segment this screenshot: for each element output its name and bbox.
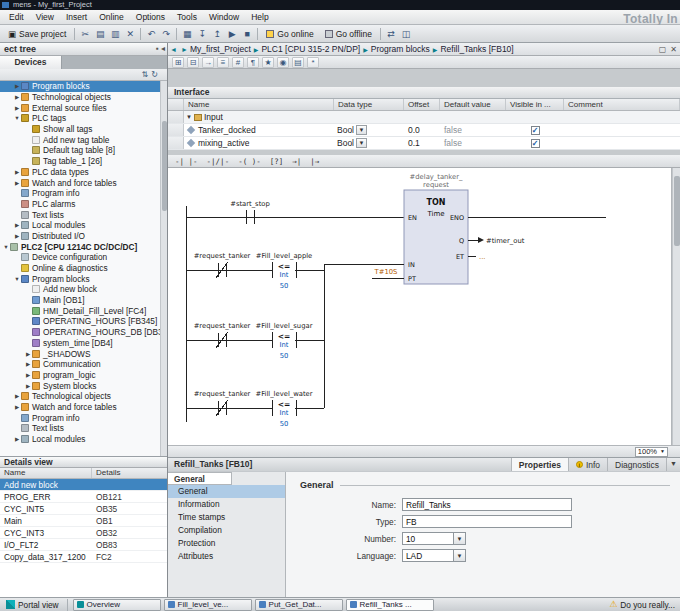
goto-icon[interactable]: → [202,57,214,68]
column-name[interactable]: Name [184,99,334,110]
menu-item[interactable]: Window [203,10,245,24]
tree-item[interactable]: ▶ System blocks [0,380,161,391]
contact-request-tanker-operand[interactable]: #request_tanker [194,252,251,260]
tree-item[interactable]: ▶ Watch and force tables [0,402,161,413]
tree-item[interactable]: ▼ PLC tags [0,113,161,124]
tree-item[interactable]: HMI_Detail_Fill_Level [FC4] [0,305,161,316]
interface-row-tanker-docked[interactable]: Tanker_docked Bool ▼ 0.0 false ✓ [168,124,680,137]
ladder-canvas[interactable]: #start_stop #delay_tanker_ request TON T… [168,168,672,445]
expand-arrow-icon[interactable]: ▶ [13,436,21,442]
forward-icon[interactable]: ► [179,46,190,53]
close-branch-icon[interactable]: |→ [308,156,321,167]
visible-checkbox[interactable]: ✓ [531,126,540,135]
variable-datatype[interactable]: Bool [337,125,354,135]
compare-value[interactable]: 50 [280,420,289,428]
collapse-arrow-icon[interactable]: ▼ [186,114,192,120]
collapse-panel-icon[interactable]: ◂ [161,44,165,53]
column-comment[interactable]: Comment [564,99,680,110]
menu-item[interactable]: Online [93,10,130,24]
tree-item[interactable]: Add new block [0,284,161,295]
cut-icon[interactable]: ✂ [78,27,92,41]
details-row[interactable]: Add new block [0,479,167,491]
tree-item[interactable]: Online & diagnostics [0,263,161,274]
properties-nav-item[interactable]: Time stamps [168,511,285,524]
contact-request-tanker-operand[interactable]: #request_tanker [194,322,251,330]
copy-icon[interactable]: ▤ [93,27,107,41]
menu-item[interactable]: Edit [3,10,30,24]
taskbar-item[interactable]: Overview [73,599,161,611]
tree-item[interactable]: ▶ Technological objects [0,92,161,103]
window-split-icon[interactable]: ◫ [399,27,413,41]
go-offline-button[interactable]: Go offline [320,27,377,41]
expand-arrow-icon[interactable]: ▶ [13,169,21,175]
tree-item[interactable]: ▶ Local modules [0,220,161,231]
absolute-operands-icon[interactable]: # [232,57,244,68]
tree-item[interactable]: Tag table_1 [26] [0,156,161,167]
close-icon[interactable]: ✕ [670,45,677,54]
language-dropdown-icon[interactable]: ▼ [454,549,466,562]
pin-icon[interactable]: ▪ [156,44,159,53]
tree-item[interactable]: system_time [DB4] [0,338,161,349]
expand-arrow-icon[interactable]: ▶ [13,233,21,239]
compare-operand[interactable]: #Fill_level_sugar [256,322,313,330]
properties-nav-item[interactable]: Attributes [168,550,285,563]
column-visible-in[interactable]: Visible in ... [506,99,564,110]
tab-devices[interactable]: Devices [0,56,62,69]
language-field[interactable] [402,549,454,562]
tree-item[interactable]: Program info [0,188,161,199]
menu-item[interactable]: Options [130,10,171,24]
details-row[interactable]: Main OB1 [0,515,167,527]
properties-side-tab[interactable]: General [168,472,232,485]
expand-arrow-icon[interactable]: ▼ [2,244,10,250]
favorites-icon[interactable]: ★ [262,57,274,68]
details-row[interactable]: PROG_ERR OB121 [0,491,167,503]
no-contact-icon[interactable]: -| |- [173,156,200,167]
tree-scrollbar[interactable] [160,81,167,456]
breadcrumb-item[interactable]: ▶ Program blocks [360,44,430,54]
timer-et-operand[interactable]: ... [479,253,485,261]
tree-item[interactable]: ▶ Communication [0,359,161,370]
tree-item[interactable]: ▼ PLC2 [CPU 1214C DC/DC/DC] [0,241,161,252]
compare-operand[interactable]: #Fill_level_apple [256,252,313,260]
tree-item[interactable]: ▶ Local modules [0,434,161,445]
tab-diagnostics[interactable]: Diagnostics [607,458,666,471]
download-icon[interactable]: ↧ [195,27,209,41]
visible-checkbox[interactable]: ✓ [531,139,540,148]
insert-network-icon[interactable]: ⊞ [172,57,184,68]
timer-pt-value[interactable]: T#10S [374,268,398,276]
breadcrumb-item[interactable]: ▶ My_first_Project [190,44,251,54]
menu-item[interactable]: Help [245,10,274,24]
number-dropdown-icon[interactable]: ▼ [454,532,466,545]
tree-item[interactable]: ▶ External source files [0,102,161,113]
taskbar-item[interactable]: Put_Get_Dat... [255,599,343,611]
expand-all-icon[interactable]: ≡ [217,57,229,68]
expand-arrow-icon[interactable]: ▶ [24,372,32,378]
tree-item[interactable]: ▶ PLC data types [0,167,161,178]
tree-item[interactable]: OPERATING_HOURS [FB345] [0,316,161,327]
editor-scrollbar[interactable] [672,168,680,445]
expand-arrow-icon[interactable]: ▶ [13,180,21,186]
name-field[interactable] [402,498,572,511]
compare-operator[interactable]: <= [278,400,291,409]
expand-arrow-icon[interactable]: ▼ [13,115,21,121]
tab-properties[interactable]: Properties [511,458,568,471]
menu-item[interactable]: Tools [171,10,203,24]
interface-row-mixing-active[interactable]: mixing_active Bool ▼ 0.1 false ✓ [168,137,680,150]
tree-item[interactable]: Main [OB1] [0,295,161,306]
compare-datatype[interactable]: Int [280,271,289,279]
menu-item[interactable]: Insert [60,10,93,24]
expand-arrow-icon[interactable]: ▶ [13,393,21,399]
datatype-dropdown-icon[interactable]: ▼ [356,125,367,135]
crossref-icon[interactable]: ⇄ [384,27,398,41]
details-row[interactable]: I/O_FLT2 OB83 [0,539,167,551]
row-handle[interactable] [168,137,184,149]
variable-default[interactable]: false [440,138,506,148]
properties-nav-item[interactable]: General [168,485,285,498]
nc-contact-icon[interactable]: -|/|- [205,156,232,167]
row-handle[interactable] [168,124,184,136]
type-field[interactable] [402,515,572,528]
portal-view-button[interactable]: Portal view [3,600,62,610]
tree-item[interactable]: ▼ Program blocks [0,273,161,284]
tree-item[interactable]: ▶ program_logic [0,370,161,381]
datatype-dropdown-icon[interactable]: ▼ [356,138,367,148]
